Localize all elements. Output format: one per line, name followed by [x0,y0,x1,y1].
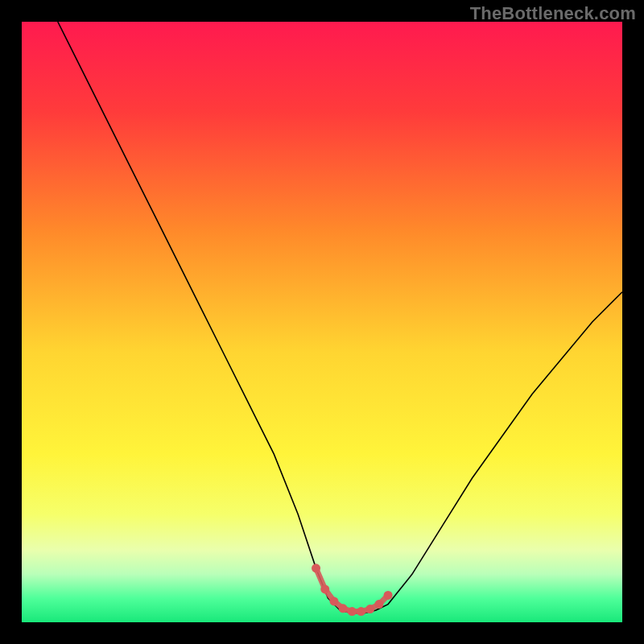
marker-dot [348,607,357,616]
marker-dot [312,564,320,572]
plot-area [22,22,622,622]
chart-svg [22,22,622,622]
marker-dot [384,591,393,600]
marker-dot [320,584,329,593]
chart-frame: TheBottleneck.com [0,0,644,644]
marker-dot [339,604,348,613]
watermark-text: TheBottleneck.com [470,3,636,24]
gradient-background [22,22,622,622]
marker-dot [329,597,338,605]
marker-dot [374,600,383,609]
marker-dot [357,607,365,616]
marker-dot [365,605,374,613]
